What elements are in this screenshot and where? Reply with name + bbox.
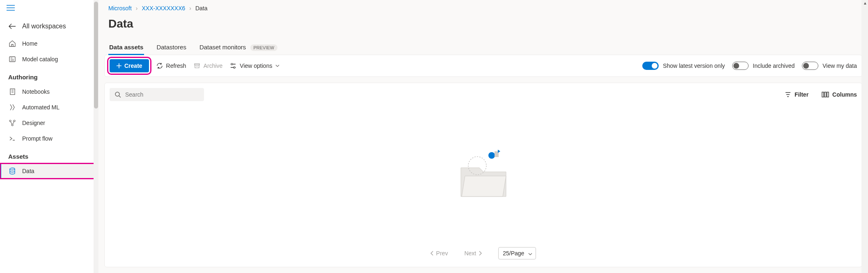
refresh-icon [156,62,163,69]
search-icon [115,91,121,98]
toggle-include-archived[interactable]: Include archived [732,62,795,70]
sidebar-item-label: Home [22,40,37,47]
chevron-right-icon: › [136,5,138,12]
svg-rect-11 [824,92,826,97]
sidebar-item-data[interactable]: Data [0,163,98,179]
prompt-icon [8,135,16,142]
sidebar-item-notebooks[interactable]: Notebooks [0,84,98,99]
chevron-right-icon: › [189,5,191,12]
sidebar-item-designer[interactable]: Designer [0,115,98,131]
hamburger-button[interactable] [0,0,98,17]
sidebar-section-assets: Assets [0,146,98,163]
view-options-button[interactable]: View options [230,62,279,69]
breadcrumb-link[interactable]: XXX-XXXXXXX6 [142,5,185,12]
tab-datastores[interactable]: Datastores [156,40,187,55]
svg-rect-1 [10,89,15,95]
svg-point-8 [234,67,235,68]
toggle-switch[interactable] [732,62,749,70]
content-toolbar: Filter Columns [105,83,862,106]
tab-dataset-monitors[interactable]: Dataset monitors PREVIEW [199,40,278,55]
svg-point-3 [14,120,15,122]
search-input[interactable] [125,91,199,98]
svg-point-7 [231,63,233,65]
pagination: Prev Next 25/Page [105,241,862,267]
empty-folder-icon [453,147,514,201]
page-title: Data [98,14,868,40]
sidebar-item-automated-ml[interactable]: Automated ML [0,99,98,115]
toolbar: Create Refresh Archive View options Show… [104,55,862,77]
archive-icon [194,62,200,69]
content-panel: Filter Columns Prev Next [104,83,862,267]
sidebar-section-authoring: Authoring [0,67,98,84]
breadcrumb-current: Data [195,5,208,12]
sidebar-item-label: Notebooks [22,88,50,95]
search-box[interactable] [110,88,204,101]
sidebar-item-prompt-flow[interactable]: Prompt flow [0,131,98,146]
columns-icon [822,91,829,98]
sidebar-item-model-catalog[interactable]: Model catalog [0,51,98,67]
home-icon [8,40,16,47]
automl-icon [8,104,16,111]
data-icon [8,167,16,175]
scroll-up-icon: ▲ [863,1,867,5]
svg-point-4 [11,124,13,126]
sliders-icon [230,62,236,69]
toggle-switch[interactable] [642,62,659,70]
breadcrumb-link[interactable]: Microsoft [108,5,132,12]
plus-icon [116,63,122,69]
create-button[interactable]: Create [110,59,149,72]
designer-icon [8,119,16,127]
sidebar-scrollbar[interactable]: ▲ [94,0,98,273]
filter-button[interactable]: Filter [785,91,808,98]
sidebar-scroll-thumb[interactable] [94,2,98,109]
main-content: Microsoft › XXX-XXXXXXX6 › Data Data Dat… [98,0,868,273]
chevron-right-icon [479,251,482,256]
sidebar-item-label: Prompt flow [22,135,53,142]
sidebar: All workspaces Home Model catalog Author… [0,0,98,273]
all-workspaces-link[interactable]: All workspaces [0,17,98,36]
refresh-button[interactable]: Refresh [156,62,186,69]
svg-rect-6 [195,64,199,65]
next-button[interactable]: Next [464,250,482,257]
archive-button: Archive [194,62,223,69]
svg-point-2 [9,120,11,122]
prev-button[interactable]: Prev [431,250,448,257]
tab-data-assets[interactable]: Data assets [108,40,144,55]
preview-badge: PREVIEW [250,44,278,51]
catalog-icon [8,56,16,63]
sidebar-item-home[interactable]: Home [0,36,98,51]
filter-icon [785,91,791,98]
sidebar-item-label: Data [22,168,34,174]
chevron-left-icon [431,251,434,256]
back-arrow-icon [8,23,16,29]
notebook-icon [8,88,16,95]
hamburger-icon [7,5,15,11]
breadcrumb: Microsoft › XXX-XXXXXXX6 › Data [98,0,868,14]
empty-state [105,106,862,241]
all-workspaces-label: All workspaces [22,23,66,30]
page-size-select[interactable]: 25/Page [498,247,536,259]
svg-rect-12 [827,92,829,97]
toggle-view-my-data[interactable]: View my data [802,62,857,70]
toggle-switch[interactable] [802,62,818,70]
svg-point-9 [115,92,119,96]
svg-point-5 [10,168,15,170]
sidebar-item-label: Automated ML [22,104,60,111]
sidebar-item-label: Model catalog [22,56,58,62]
toggle-latest-version[interactable]: Show latest version only [642,62,725,70]
chevron-down-icon [275,65,279,67]
main-scrollbar[interactable]: ▲ [861,0,868,273]
svg-rect-10 [822,92,824,97]
sidebar-item-label: Designer [22,120,45,126]
chevron-down-icon [528,250,532,257]
columns-button[interactable]: Columns [822,91,857,98]
tab-bar: Data assets Datastores Dataset monitors … [98,40,868,55]
svg-point-14 [488,152,495,159]
